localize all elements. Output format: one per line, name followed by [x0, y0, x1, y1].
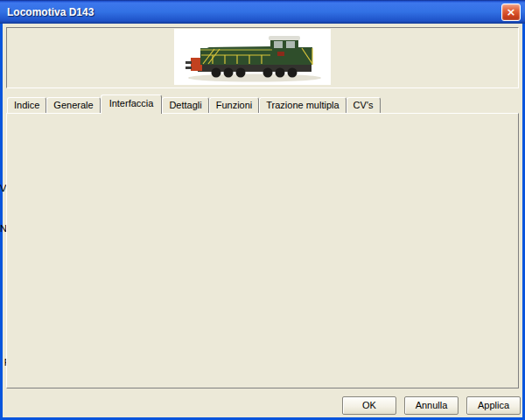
tab-generale[interactable]: Generale	[46, 97, 100, 113]
tab-interfaccia[interactable]: Interfaccia	[101, 94, 163, 114]
tab-strip: Indice Generale Interfaccia Dettagli Fun…	[7, 94, 381, 114]
locomotive-illustration	[174, 29, 331, 85]
tab-trazione-multipla[interactable]: Trazione multipla	[259, 97, 346, 113]
tab-funzioni[interactable]: Funzioni	[209, 97, 260, 113]
title-bar: Locomotiva D143 ×	[0, 0, 525, 24]
close-icon[interactable]: ×	[501, 4, 521, 21]
ok-button[interactable]: OK	[342, 396, 396, 415]
dialog-window: Locomotiva D143 ×	[0, 0, 525, 420]
annulla-button[interactable]: Annulla	[404, 396, 458, 415]
tab-cvs[interactable]: CV's	[346, 97, 381, 113]
tab-page-interfaccia	[6, 113, 519, 388]
applica-button[interactable]: Applica	[466, 396, 521, 415]
tab-indice[interactable]: Indice	[7, 97, 46, 113]
tab-dettagli[interactable]: Dettagli	[162, 97, 208, 113]
locomotive-image	[174, 29, 331, 85]
window-title: Locomotiva D143	[7, 6, 94, 18]
